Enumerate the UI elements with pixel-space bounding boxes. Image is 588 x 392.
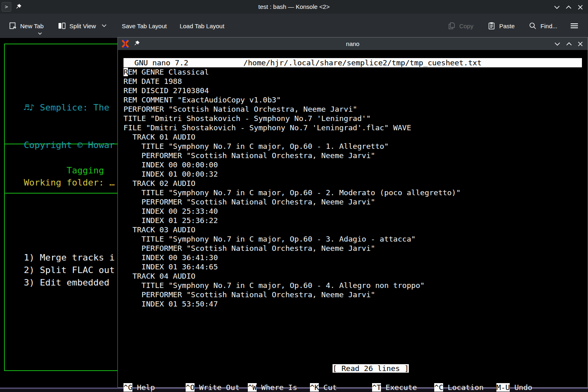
buffer-line: FILE "Dmitri Shostakovich - Symphony No.…: [123, 123, 460, 132]
new-tab-icon: [8, 21, 17, 30]
nano-buffer[interactable]: REM GENRE ClassicalREM DATE 1988REM DISC…: [123, 67, 460, 309]
shortcut-key: ^K: [310, 383, 319, 392]
buffer-line: INDEX 00 25:33:40: [123, 206, 460, 216]
buffer-line: REM DISCID 27103804: [123, 86, 460, 95]
nano-file-path: /home/hjr/.local/share/semplice2/tmp/tmp…: [243, 58, 481, 67]
window-title: test : bash — Konsole <2>: [0, 0, 588, 14]
minimize-button[interactable]: [552, 3, 561, 12]
tui-tab-tagging[interactable]: Tagging: [67, 165, 104, 175]
shortcut-label: Help: [137, 383, 155, 392]
shortcut: ^KCut: [310, 383, 372, 392]
konsole-toolbar: New Tab Split View Save Tab Layout Load …: [0, 14, 588, 38]
find-button[interactable]: Find...: [524, 18, 561, 33]
buffer-line: TRACK 03 AUDIO: [123, 225, 460, 234]
nano-version: GNU nano 7.2: [134, 58, 188, 67]
new-tab-menu-chevron[interactable]: [38, 32, 42, 35]
nano-window: nano GNU nano 7.2 /home/hjr/.local/share…: [117, 37, 588, 388]
hamburger-icon: [569, 21, 579, 30]
shortcut-label: Execute: [385, 383, 417, 392]
nano-window-title: nano: [118, 38, 588, 50]
text-cursor: R: [123, 68, 128, 76]
save-tab-layout-label: Save Tab Layout: [122, 23, 167, 29]
buffer-line: TRACK 01 AUDIO: [123, 132, 460, 142]
shortcut: ^GHelp: [123, 383, 186, 392]
nano-header-bar: GNU nano 7.2 /home/hjr/.local/share/semp…: [123, 58, 582, 67]
buffer-line: INDEX 00 36:41:30: [123, 253, 460, 262]
copy-button[interactable]: Copy: [443, 18, 477, 33]
close-button[interactable]: [576, 40, 585, 48]
paste-label: Paste: [499, 23, 515, 29]
paste-icon: [487, 21, 496, 30]
shortcut-key: ^W: [248, 383, 257, 392]
buffer-line: TRACK 04 AUDIO: [123, 271, 460, 281]
buffer-line: INDEX 00 00:00:00: [123, 160, 460, 169]
shortcut: ^TExecute: [372, 383, 434, 392]
shortcut-key: ^G: [123, 383, 132, 392]
buffer-line: TITLE "Symphony No.7 in C major, Op.60 -…: [123, 234, 460, 244]
split-view-label: Split View: [69, 23, 96, 29]
load-tab-layout-label: Load Tab Layout: [180, 23, 224, 29]
shortcut-key: ^T: [372, 383, 381, 392]
find-label: Find...: [540, 23, 557, 29]
shortcut-label: Undo: [514, 383, 532, 392]
shortcut: ^OWrite Out: [186, 383, 248, 392]
save-tab-layout-button[interactable]: Save Tab Layout: [118, 19, 171, 33]
shortcut: ^WWhere Is: [248, 383, 310, 392]
buffer-line: INDEX 01 36:44:65: [123, 262, 460, 271]
nano-shortcut-bar: ^GHelp^OWrite Out^WWhere Is^KCut^TExecut…: [123, 364, 588, 392]
buffer-line: TITLE "Symphony No.7 in C major, Op.60 -…: [123, 188, 460, 197]
buffer-line: INDEX 01 53:50:47: [123, 299, 460, 309]
buffer-line: PERFORMER "Scottish National Orchestra, …: [123, 290, 460, 299]
split-view-chevron[interactable]: [102, 24, 107, 27]
buffer-line: TITLE "Symphony No.7 in C major, Op.60 -…: [123, 281, 460, 290]
buffer-line: PERFORMER "Scottish National Orchestra, …: [123, 104, 460, 114]
nano-titlebar: nano: [118, 38, 588, 50]
buffer-line: PERFORMER "Scottish National Orchestra, …: [123, 197, 460, 206]
split-view-button[interactable]: Split View: [53, 18, 111, 33]
buffer-line: REM COMMENT "ExactAudioCopy v1.0b3": [123, 95, 460, 104]
shortcut: ^CLocation: [434, 383, 496, 392]
buffer-line: TRACK 02 AUDIO: [123, 179, 460, 188]
paste-button[interactable]: Paste: [483, 18, 519, 33]
split-view-icon: [57, 21, 66, 30]
nano-terminal[interactable]: GNU nano 7.2 /home/hjr/.local/share/semp…: [118, 50, 588, 387]
shortcut-label: Write Out: [199, 383, 239, 392]
copy-label: Copy: [459, 23, 473, 29]
hamburger-menu-button[interactable]: [565, 18, 583, 33]
shortcut-key: ^C: [434, 383, 443, 392]
buffer-line: INDEX 01 00:00:32: [123, 169, 460, 179]
konsole-titlebar: > test : bash — Konsole <2>: [0, 0, 588, 14]
shortcut-key: ^O: [186, 383, 195, 392]
shortcut-key: M-U: [496, 383, 510, 392]
new-tab-button[interactable]: New Tab: [4, 18, 48, 33]
shortcut-label: Cut: [323, 383, 337, 392]
shortcut: M-UUndo: [496, 383, 532, 392]
shortcut-label: Location: [448, 383, 483, 392]
buffer-line: TITLE "Symphony No.7 in C major, Op.60 -…: [123, 142, 460, 151]
close-button[interactable]: [576, 3, 585, 12]
maximize-button[interactable]: [565, 40, 573, 48]
buffer-line: REM GENRE Classical: [123, 67, 460, 77]
buffer-line: PERFORMER "Scottish National Orchestra, …: [123, 244, 460, 253]
new-tab-label: New Tab: [20, 23, 44, 29]
buffer-line: PERFORMER "Scottish National Orchestra, …: [123, 151, 460, 160]
buffer-line: REM DATE 1988: [123, 77, 460, 86]
shortcut-label: Where Is: [261, 383, 297, 392]
maximize-button[interactable]: [564, 3, 573, 12]
konsole-window: > test : bash — Konsole <2> New Tab: [0, 0, 588, 392]
copy-icon: [447, 21, 456, 30]
minimize-button[interactable]: [553, 40, 562, 48]
buffer-line: TITLE "Dmitri Shostakovich - Symphony No…: [123, 114, 460, 123]
load-tab-layout-button[interactable]: Load Tab Layout: [176, 19, 228, 33]
search-icon: [528, 21, 537, 30]
shortcut-row-1: ^GHelp^OWrite Out^WWhere Is^KCut^TExecut…: [123, 383, 588, 392]
buffer-line: INDEX 01 25:36:22: [123, 216, 460, 225]
